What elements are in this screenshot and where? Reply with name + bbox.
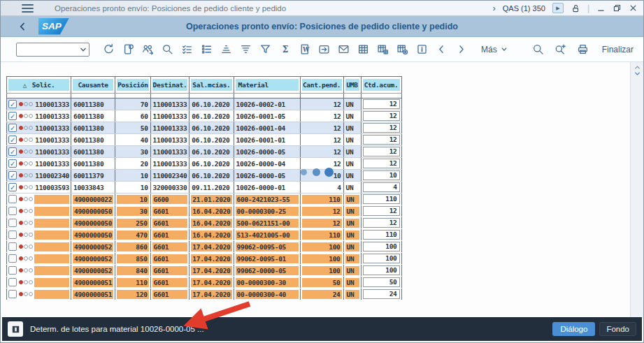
accum-qty-input[interactable]: 4 (363, 182, 400, 192)
accum-qty-input[interactable]: 12 (363, 135, 400, 145)
previous-page-icon[interactable] (432, 41, 450, 59)
more-menu[interactable]: Más (481, 45, 508, 54)
column-header-causante[interactable]: Causante (71, 77, 115, 94)
table-row[interactable]: 4900000052840G60117.04.202099062-0000-05… (7, 265, 402, 277)
row-checkbox[interactable] (8, 219, 17, 227)
mail-icon[interactable] (334, 41, 352, 59)
retrieve-document-icon[interactable] (119, 41, 137, 59)
row-checkbox[interactable] (8, 290, 17, 298)
table-row[interactable]: 110001333600113806011000133306.10.202010… (7, 110, 402, 122)
table-row[interactable]: 110001333600113805011000133306.10.202010… (7, 122, 402, 134)
menu-icon[interactable] (22, 4, 34, 13)
select-list-icon[interactable] (178, 41, 196, 59)
accum-qty-input[interactable]: 12 (363, 111, 400, 121)
restore-icon[interactable] (613, 3, 622, 13)
table-row[interactable]: 110001333600113807011000133306.10.202010… (7, 98, 402, 110)
table-row[interactable]: 490000002210G60021.01.2020600-2421023-55… (7, 194, 402, 205)
next-page-icon[interactable] (452, 41, 470, 59)
column-header-destinat[interactable]: Destinat. (150, 77, 189, 94)
dialog-button[interactable]: Diálogo (552, 322, 595, 336)
command-field[interactable] (16, 43, 90, 57)
forward-icon[interactable]: › (493, 3, 496, 13)
row-checkbox[interactable] (8, 183, 17, 191)
row-checkbox[interactable] (8, 195, 17, 203)
row-checkbox[interactable] (8, 159, 17, 168)
assign-users-icon[interactable] (138, 41, 157, 59)
search-plus-icon[interactable] (552, 41, 570, 59)
table-row[interactable]: 110002340600113791011000234006.10.202010… (7, 170, 402, 182)
table-row[interactable]: 110003593100338431032000033009.11.202010… (7, 182, 402, 194)
table-row[interactable]: 110001333600113804011000133306.10.202010… (7, 134, 402, 146)
background-button[interactable]: Fondo (599, 322, 636, 336)
accum-qty-input[interactable]: 100 (363, 265, 400, 275)
accum-qty-input[interactable]: 110 (363, 194, 400, 204)
scroll-down-icon[interactable] (634, 71, 641, 76)
accum-qty-input[interactable]: 10 (363, 170, 400, 180)
column-header-umb[interactable]: UMB (343, 77, 361, 94)
vertical-scrollbar[interactable] (630, 62, 643, 319)
scroll-up-icon[interactable] (634, 65, 641, 70)
unlock-icon[interactable] (571, 3, 580, 13)
table-row[interactable]: 490000005030G60116.04.202000-0000300-251… (7, 205, 402, 217)
accum-qty-input[interactable]: 100 (363, 254, 400, 263)
table-view-icon[interactable] (373, 41, 392, 59)
info-icon[interactable] (413, 41, 431, 59)
row-checkbox[interactable] (8, 136, 17, 144)
spreadsheet-icon[interactable] (354, 41, 372, 59)
finish-button[interactable]: Finalizar (602, 45, 634, 54)
status-type-icon[interactable] (8, 321, 23, 337)
row-checkbox[interactable] (8, 231, 17, 239)
display-list-icon[interactable] (197, 41, 215, 59)
word-export-icon[interactable]: W (295, 41, 313, 59)
back-icon[interactable] (17, 21, 29, 32)
table-row[interactable]: 110001333600113802011000133306.10.202010… (7, 158, 402, 170)
command-input[interactable] (17, 44, 76, 55)
table-row[interactable]: 4900000052860G60117.04.202099062-0095-05… (7, 241, 402, 253)
row-checkbox[interactable] (8, 278, 17, 286)
filter-icon[interactable] (256, 41, 274, 59)
accum-qty-input[interactable]: 12 (363, 218, 400, 228)
row-checkbox[interactable] (8, 100, 17, 108)
table-row[interactable]: 4900000051110G60117.04.202000-0000300-30… (7, 277, 402, 289)
accum-qty-input[interactable]: 12 (363, 206, 400, 216)
close-icon[interactable] (629, 3, 638, 13)
column-header-posicion[interactable]: Posición (115, 77, 150, 94)
row-checkbox[interactable] (8, 147, 17, 156)
refresh-icon[interactable] (99, 41, 117, 59)
column-header-cantpend[interactable]: Cant.pend. (300, 77, 343, 94)
column-header-material[interactable]: Material (234, 77, 300, 94)
column-header-ctdacum[interactable]: Ctd.acum. (361, 77, 401, 94)
gui-script-icon[interactable]: ▶ (552, 3, 564, 13)
table-row[interactable]: 4900000052850G60117.04.202099062-0095-01… (7, 253, 402, 265)
accum-qty-input[interactable]: 50 (363, 277, 400, 287)
chevron-down-icon[interactable] (80, 46, 89, 53)
row-checkbox[interactable] (8, 207, 17, 215)
sort-ascending-icon[interactable] (217, 41, 235, 59)
zoom-icon[interactable] (158, 41, 176, 59)
column-header-salmcias[interactable]: Sal.mcías. (189, 77, 234, 94)
sort-descending-icon[interactable] (236, 41, 255, 59)
sum-icon[interactable]: Σ (276, 41, 294, 59)
accum-qty-input[interactable]: 12 (363, 99, 400, 109)
row-checkbox[interactable] (8, 242, 17, 251)
row-checkbox[interactable] (8, 171, 17, 180)
row-checkbox[interactable] (8, 124, 17, 132)
row-checkbox[interactable] (8, 266, 17, 275)
row-checkbox[interactable] (8, 254, 17, 263)
minimize-icon[interactable] (596, 3, 606, 13)
column-header-solic[interactable]: △Solic. (7, 77, 71, 94)
accum-qty-input[interactable]: 12 (363, 147, 400, 156)
search-icon[interactable] (529, 41, 548, 59)
table-row[interactable]: 4900000051120G60117.04.202000-0000300-40… (7, 289, 402, 300)
table-settings-icon[interactable] (393, 41, 411, 59)
table-row[interactable]: 110001333600113803011000133306.10.202010… (7, 146, 402, 158)
table-row[interactable]: 4900000050470G60116.04.2020513-4021005-0… (7, 229, 402, 241)
accum-qty-input[interactable]: 12 (363, 123, 400, 133)
table-row[interactable]: 4900000050250G60116.04.2020500-0621151-0… (7, 217, 402, 229)
export-icon[interactable] (315, 41, 333, 59)
accum-qty-input[interactable]: 12 (363, 159, 400, 168)
accum-qty-input[interactable]: 24 (363, 289, 400, 299)
row-checkbox[interactable] (8, 112, 17, 120)
accum-qty-input[interactable]: 110 (363, 230, 400, 240)
accum-qty-input[interactable]: 100 (363, 242, 400, 251)
